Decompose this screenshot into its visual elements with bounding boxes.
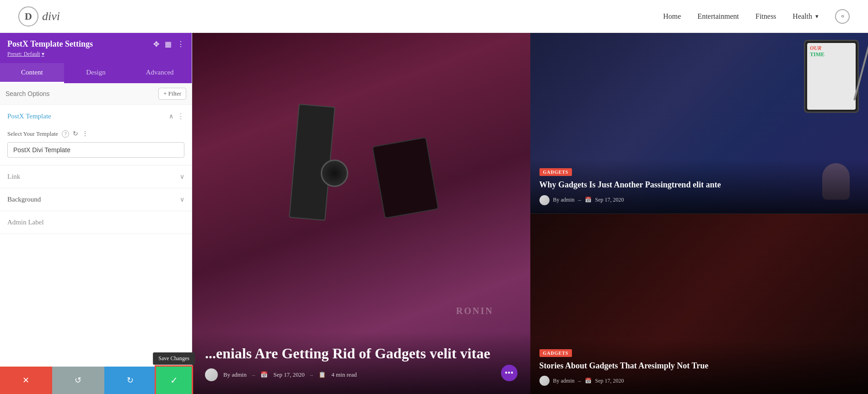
featured-post: RONIN ...enials Are Getting Rid of Gadge…	[192, 33, 530, 394]
template-select[interactable]: PostX Divi Template	[7, 142, 184, 158]
top-navigation: D divi Home Entertainment Fitness Health…	[0, 0, 868, 33]
save-changes-tooltip: Save Changes	[153, 352, 195, 365]
right-post-2: GADGETS Stories About Gadgets That Aresi…	[530, 214, 868, 394]
help-icon[interactable]: ?	[62, 130, 69, 138]
link-section-title: Link	[7, 173, 20, 181]
expand-icon[interactable]: ✥	[153, 40, 159, 48]
tab-design[interactable]: Design	[64, 63, 128, 83]
tablet-screen: OUR TIME	[807, 43, 856, 110]
template-section-body: Select Your Template ? ↻ ⋮ PostX Divi Te…	[0, 128, 192, 165]
columns-icon[interactable]: ▦	[165, 40, 172, 48]
panel-header-top: PostX Template Settings ✥ ▦ ⋮	[7, 39, 184, 49]
admin-label-header[interactable]: Admin Label	[0, 211, 192, 234]
link-section-header[interactable]: Link ∨	[0, 165, 192, 188]
site-logo[interactable]: D divi	[18, 6, 60, 27]
post1-avatar	[539, 195, 550, 205]
link-section: Link ∨	[0, 165, 192, 188]
tablet-device: OUR TIME	[804, 40, 859, 113]
search-input[interactable]	[5, 90, 155, 97]
nav-fitness[interactable]: Fitness	[755, 12, 776, 21]
panel-header-icons: ✥ ▦ ⋮	[153, 40, 184, 48]
nav-health[interactable]: Health ▾	[793, 12, 819, 21]
background-section-header[interactable]: Background ∨	[0, 188, 192, 211]
panel-preset[interactable]: Preset: Default ▾	[7, 51, 184, 58]
right-post-1: OUR TIME GADGETS Why Gadgets Is Just Ano…	[530, 33, 868, 213]
post2-meta: By admin – 📅 Sep 17, 2020	[539, 376, 859, 386]
ronim-text: RONIN	[456, 306, 494, 316]
post1-content: GADGETS Why Gadgets Is Just Another Pass…	[530, 159, 868, 213]
admin-label-title: Admin Label	[7, 218, 44, 226]
featured-title: ...enials Are Getting Rid of Gadgets vel…	[205, 345, 518, 362]
logo-circle: D	[18, 6, 38, 27]
search-icon[interactable]: ⚬	[835, 9, 850, 24]
panel-header: PostX Template Settings ✥ ▦ ⋮ Preset: De…	[0, 33, 192, 63]
cancel-button[interactable]: ✕	[0, 367, 52, 394]
collapse-icon[interactable]: ∧	[169, 112, 173, 120]
postx-template-icons: ∧ ⋮	[169, 112, 184, 121]
bottom-buttons: ✕ ↺ ↻ Save Changes ✓	[0, 367, 192, 394]
main-wrapper: PostX Template Settings ✥ ▦ ⋮ Preset: De…	[0, 33, 868, 394]
chevron-down-icon: ▾	[815, 13, 819, 20]
template-label: Select Your Template	[7, 130, 58, 138]
content-area: RONIN ...enials Are Getting Rid of Gadge…	[192, 33, 868, 394]
template-label-row: Select Your Template ? ↻ ⋮	[7, 130, 184, 138]
post2-title: Stories About Gadgets That Aresimply Not…	[539, 361, 859, 371]
nav-home[interactable]: Home	[663, 12, 681, 21]
postx-template-title: PostX Template	[7, 112, 51, 120]
postx-template-section: PostX Template ∧ ⋮ Select Your Template …	[0, 105, 192, 165]
settings-panel: PostX Template Settings ✥ ▦ ⋮ Preset: De…	[0, 33, 192, 394]
post2-avatar	[539, 376, 550, 386]
section-dots-icon[interactable]: ⋮	[177, 112, 184, 121]
post2-content: GADGETS Stories About Gadgets That Aresi…	[530, 340, 868, 394]
background-section: Background ∨	[0, 188, 192, 211]
post1-meta: By admin – 📅 Sep 17, 2020	[539, 195, 859, 205]
nav-links: Home Entertainment Fitness Health ▾ ⚬	[663, 9, 850, 24]
admin-label-section: Admin Label	[0, 211, 192, 234]
featured-overlay: ...enials Are Getting Rid of Gadgets vel…	[192, 332, 530, 394]
tab-content[interactable]: Content	[0, 63, 64, 83]
undo-button[interactable]: ↺	[52, 367, 104, 394]
featured-avatar	[205, 368, 218, 381]
save-button[interactable]: ✓	[156, 367, 192, 394]
background-section-title: Background	[7, 196, 41, 203]
right-posts: OUR TIME GADGETS Why Gadgets Is Just Ano…	[530, 33, 868, 394]
panel-title: PostX Template Settings	[7, 39, 93, 49]
postx-template-header[interactable]: PostX Template ∧ ⋮	[0, 105, 192, 128]
filter-button[interactable]: + Filter	[158, 88, 186, 100]
more-options-button[interactable]: •••	[501, 365, 518, 381]
link-chevron-icon[interactable]: ∨	[180, 173, 184, 181]
post1-title: Why Gadgets Is Just Another Passingtrend…	[539, 180, 859, 190]
panel-spacer	[0, 234, 192, 367]
blog-grid: RONIN ...enials Are Getting Rid of Gadge…	[192, 33, 868, 394]
save-btn-wrapper: Save Changes ✓	[156, 367, 192, 394]
post1-badge: GADGETS	[539, 168, 572, 176]
featured-meta: By admin – 📅 Sep 17, 2020 – 📋 4 min read	[205, 368, 518, 381]
search-bar: + Filter	[0, 83, 192, 105]
background-chevron-icon[interactable]: ∨	[180, 196, 184, 203]
panel-tabs: Content Design Advanced	[0, 63, 192, 83]
template-undo-icon[interactable]: ↻	[73, 130, 78, 138]
logo-text: divi	[42, 10, 60, 23]
redo-button[interactable]: ↻	[104, 367, 156, 394]
template-options-icon[interactable]: ⋮	[82, 130, 88, 138]
more-options-icon[interactable]: ⋮	[177, 40, 184, 48]
tab-advanced[interactable]: Advanced	[128, 63, 192, 83]
post2-badge: GADGETS	[539, 349, 572, 357]
nav-entertainment[interactable]: Entertainment	[697, 12, 739, 21]
